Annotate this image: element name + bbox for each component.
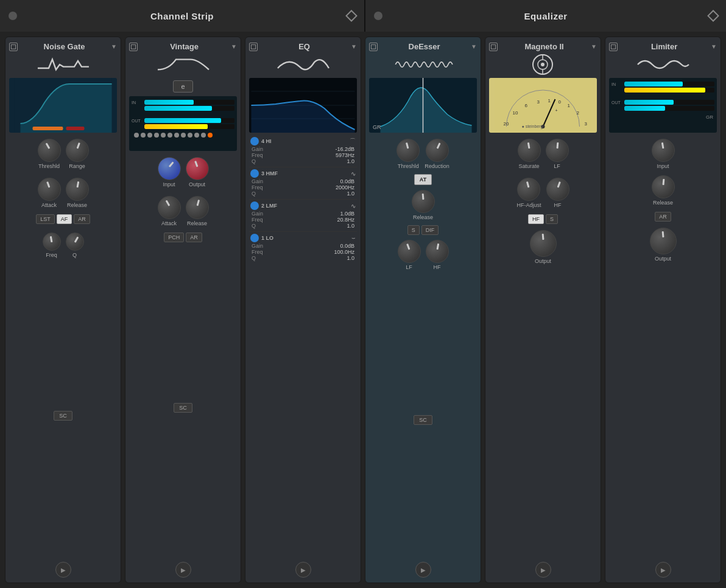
de-sc-btn[interactable]: SC — [414, 415, 432, 425]
header-square-v[interactable] — [129, 43, 138, 51]
vintage-eq-btn[interactable]: e — [173, 80, 192, 93]
v-pch-btn[interactable]: PCH — [164, 233, 184, 242]
mg-dropdown[interactable]: ▼ — [591, 43, 597, 50]
lim-release-knob[interactable]: Release — [652, 175, 675, 206]
limiter-icon — [626, 54, 701, 75]
eq-band-1lo: 1 LO ⌣ Gain0.0dB Freq100.0Hz Q1.0 — [249, 233, 357, 261]
ng-attack-knob[interactable]: Attack — [38, 178, 61, 208]
v-knob-row2: Attack Release — [129, 194, 237, 229]
svg-text:2: 2 — [577, 110, 580, 116]
ng-play-btn[interactable]: ▶ — [55, 562, 71, 578]
v-dropdown[interactable]: ▼ — [231, 43, 237, 50]
svg-text:3: 3 — [537, 99, 540, 105]
de-btn-row1: S DIF — [407, 225, 439, 235]
lim-dropdown[interactable]: ▼ — [711, 43, 717, 50]
header-square-eq[interactable] — [249, 43, 258, 51]
v-release-knob[interactable]: Release — [186, 196, 209, 226]
lim-input-knob[interactable]: Input — [652, 139, 675, 169]
v-input-knob[interactable]: Input — [158, 157, 181, 187]
mg-s-btn[interactable]: S — [546, 214, 558, 224]
magneto-title: Magneto II — [498, 42, 591, 51]
mg-knob-row2: HF-Adjust HF — [489, 175, 597, 211]
eq-band-3hmf-btn[interactable] — [250, 169, 259, 178]
ng-knob-row3: Freq Q — [9, 230, 117, 261]
noise-gate-header: Noise Gate ▼ — [9, 42, 117, 51]
eq-dropdown[interactable]: ▼ — [351, 43, 357, 50]
svg-text:1: 1 — [568, 103, 571, 108]
mg-hf-btn[interactable]: HF — [528, 214, 544, 224]
mg-output-knob[interactable]: Output — [530, 230, 557, 264]
vintage-header: Vintage ▼ — [129, 42, 237, 51]
eq-band-4hi-btn[interactable] — [250, 137, 259, 145]
eq-band-2lmf-btn[interactable] — [250, 201, 259, 210]
de-hf-knob[interactable]: HF — [426, 240, 449, 270]
mg-knob-row1: Saturate LF — [489, 136, 597, 172]
mg-lf-knob[interactable]: LF — [546, 139, 569, 169]
de-dropdown[interactable]: ▼ — [471, 43, 477, 50]
v-output-knob[interactable]: Output — [186, 157, 209, 187]
limiter-header: Limiter ▼ — [609, 42, 717, 51]
eq-title: EQ — [258, 42, 351, 51]
eq-display — [249, 78, 357, 133]
de-dif-btn[interactable]: DIF — [421, 225, 439, 235]
magneto-meter: 20 10 6 3 1 0 1 2 3 + ● steinberg — [489, 78, 597, 133]
deesser-display: GR — [369, 78, 477, 133]
v-play-btn[interactable]: ▶ — [175, 562, 191, 578]
header-square-de[interactable] — [369, 43, 378, 51]
ng-threshld-knob[interactable]: Threshld — [38, 139, 61, 169]
mg-play-btn[interactable]: ▶ — [535, 562, 551, 578]
de-release-knob[interactable]: Release — [412, 190, 435, 220]
de-at-btn[interactable]: AT — [414, 174, 432, 185]
ng-freq-knob[interactable]: Freq — [43, 233, 61, 258]
de-reduction-knob[interactable]: Reduction — [425, 139, 449, 169]
magneto-icon — [506, 54, 581, 75]
svg-text:0: 0 — [559, 99, 562, 105]
eq-band-1lo-btn[interactable] — [250, 234, 259, 242]
de-at-row: AT — [414, 174, 432, 185]
v-btn-row: PCH AR — [164, 233, 202, 242]
svg-text:3: 3 — [585, 121, 588, 127]
window-close-btn[interactable] — [9, 12, 17, 20]
ng-meter — [9, 78, 117, 133]
ng-ar-btn[interactable]: AR — [74, 214, 90, 224]
magneto-header: Magneto II ▼ — [489, 42, 597, 51]
lim-output-knob[interactable]: Output — [650, 228, 677, 262]
v-sc-btn[interactable]: SC — [174, 403, 192, 413]
header-square-lim[interactable] — [609, 43, 618, 51]
ng-btn-row: LST AF AR — [36, 214, 90, 224]
mg-hf-knob[interactable]: HF — [546, 178, 569, 208]
mg-saturate-knob[interactable]: Saturate — [518, 139, 541, 169]
de-play-btn[interactable]: ▶ — [415, 562, 431, 578]
deesser-icon — [386, 54, 461, 75]
lim-play-btn[interactable]: ▶ — [655, 562, 671, 578]
de-lf-knob[interactable]: LF — [398, 240, 421, 270]
de-threshld-knob[interactable]: Threshld — [396, 139, 420, 169]
de-s-btn[interactable]: S — [407, 225, 420, 235]
ng-af-btn[interactable]: AF — [57, 214, 72, 224]
svg-text:20: 20 — [504, 121, 509, 127]
eq-play-btn[interactable]: ▶ — [295, 562, 311, 578]
ng-knob-row1: Threshld Range — [9, 136, 117, 172]
limiter-panel: Limiter ▼ IN — [605, 37, 721, 583]
v-ar-btn[interactable]: AR — [186, 233, 202, 242]
eq-band-4hi: 4 HI ⌒ Gain-16.2dB Freq5973Hz Q1.0 — [249, 136, 357, 164]
v-attack-knob[interactable]: Attack — [158, 196, 181, 226]
ng-q-knob[interactable]: Q — [66, 233, 84, 258]
window-close-btn-right[interactable] — [374, 12, 382, 20]
magneto-panel: Magneto II ▼ 2 — [485, 37, 601, 583]
svg-rect-1 — [33, 127, 63, 130]
header-square-mg[interactable] — [489, 43, 498, 51]
vintage-icon — [146, 54, 221, 75]
ng-range-knob[interactable]: Range — [66, 139, 89, 169]
ng-release-knob[interactable]: Release — [66, 178, 89, 208]
svg-rect-14 — [495, 78, 592, 133]
lim-ar-btn[interactable]: AR — [655, 212, 671, 222]
mg-hfadj-knob[interactable]: HF-Adjust — [516, 178, 541, 208]
ng-dropdown[interactable]: ▼ — [111, 43, 117, 50]
eq-header: EQ ▼ — [249, 42, 357, 51]
header-square-ng[interactable] — [9, 43, 18, 51]
deesser-panel: DeEsser ▼ GR — [365, 37, 481, 583]
ng-lst-btn[interactable]: LST — [36, 214, 55, 224]
eq-icon — [266, 54, 341, 75]
ng-sc-btn[interactable]: SC — [54, 411, 72, 421]
